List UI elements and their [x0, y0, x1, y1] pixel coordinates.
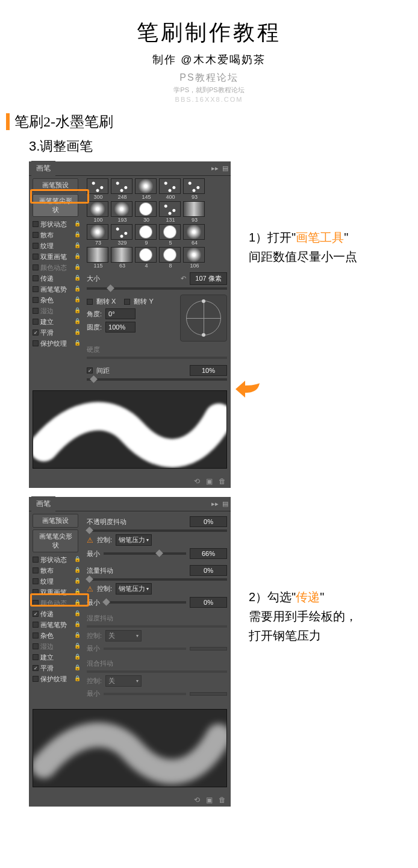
- sidebar-item-纹理[interactable]: 纹理🔒: [33, 240, 81, 251]
- flow-jitter-slider[interactable]: [87, 578, 227, 581]
- angle-widget[interactable]: [180, 295, 227, 342]
- brush-thumb[interactable]: 131: [159, 201, 182, 223]
- sidebar-checkbox[interactable]: [33, 232, 39, 238]
- sidebar-checkbox[interactable]: [33, 557, 39, 563]
- brush-presets-button[interactable]: 画笔预设: [33, 178, 78, 192]
- flip-y-checkbox[interactable]: [124, 299, 130, 305]
- lock-icon[interactable]: 🔒: [73, 589, 81, 596]
- sidebar-item-颜色动态[interactable]: 颜色动态🔒: [33, 262, 81, 273]
- sidebar-item-保护纹理[interactable]: 保护纹理🔒: [33, 338, 81, 349]
- new-icon-2[interactable]: ▣: [206, 796, 213, 804]
- collapse-icon-2[interactable]: ▸▸: [211, 500, 219, 508]
- sidebar-checkbox[interactable]: [33, 243, 39, 249]
- control-select-2[interactable]: 钢笔压力▾: [116, 583, 152, 595]
- sidebar-checkbox[interactable]: [33, 600, 39, 606]
- sidebar-item-颜色动态[interactable]: 颜色动态🔒: [33, 598, 81, 608]
- hardness-slider[interactable]: [87, 357, 227, 359]
- min-value-2[interactable]: 0%: [190, 597, 227, 608]
- brush-thumb[interactable]: 30: [135, 201, 158, 223]
- brush-tip-shape-button-2[interactable]: 画笔笔尖形状: [33, 529, 78, 552]
- sidebar-item-形状动态[interactable]: 形状动态🔒: [33, 554, 81, 565]
- spacing-value[interactable]: 10%: [190, 365, 227, 376]
- sidebar-item-建立[interactable]: 建立🔒: [33, 316, 81, 327]
- sidebar-item-传递[interactable]: 传递🔒: [33, 608, 81, 619]
- size-value[interactable]: 107 像素: [190, 272, 227, 285]
- lock-icon[interactable]: 🔒: [73, 643, 81, 650]
- sidebar-checkbox[interactable]: [33, 643, 39, 649]
- sidebar-checkbox[interactable]: [33, 329, 39, 336]
- sidebar-checkbox[interactable]: [33, 611, 39, 617]
- brush-thumb[interactable]: 248: [111, 178, 134, 200]
- lock-icon[interactable]: 🔒: [73, 286, 81, 293]
- panel-tab-brush[interactable]: 画笔: [31, 161, 55, 176]
- size-slider[interactable]: [87, 287, 227, 290]
- sidebar-item-画笔笔势[interactable]: 画笔笔势🔒: [33, 284, 81, 295]
- sidebar-checkbox[interactable]: [33, 567, 39, 573]
- panel-tab-brush-2[interactable]: 画笔: [31, 496, 55, 511]
- spacing-slider[interactable]: [87, 378, 227, 381]
- trash-icon[interactable]: 🗑: [219, 477, 226, 486]
- sidebar-checkbox[interactable]: [33, 319, 39, 325]
- new-icon[interactable]: ▣: [206, 477, 213, 486]
- lock-icon[interactable]: 🔒: [73, 599, 81, 607]
- min-value-1[interactable]: 66%: [190, 548, 227, 559]
- sidebar-item-湿边[interactable]: 湿边🔒: [33, 641, 81, 652]
- min-slider-1[interactable]: [104, 552, 186, 555]
- sidebar-item-杂色[interactable]: 杂色🔒: [33, 295, 81, 305]
- sidebar-checkbox[interactable]: [33, 665, 39, 671]
- lock-icon[interactable]: 🔒: [73, 253, 81, 260]
- lock-icon[interactable]: 🔒: [73, 567, 81, 574]
- sidebar-item-形状动态[interactable]: 形状动态🔒: [33, 219, 81, 229]
- toggle-icon-2[interactable]: ⟲: [194, 796, 200, 804]
- sidebar-item-传递[interactable]: 传递🔒: [33, 273, 81, 284]
- sidebar-item-画笔笔势[interactable]: 画笔笔势🔒: [33, 619, 81, 630]
- brush-thumb[interactable]: 73: [87, 224, 110, 246]
- brush-thumb[interactable]: 100: [87, 201, 110, 223]
- brush-thumb[interactable]: 9: [135, 224, 158, 246]
- brush-thumb[interactable]: 300: [87, 178, 110, 200]
- flow-jitter-value[interactable]: 0%: [190, 565, 227, 576]
- brush-thumb[interactable]: 400: [159, 178, 182, 200]
- brush-tip-shape-button[interactable]: 画笔笔尖形状: [33, 194, 78, 217]
- lock-icon[interactable]: 🔒: [73, 220, 81, 228]
- sidebar-checkbox[interactable]: [33, 654, 39, 660]
- sidebar-item-保护纹理[interactable]: 保护纹理🔒: [33, 673, 81, 684]
- min-slider-2[interactable]: [104, 601, 186, 604]
- reset-icon[interactable]: ↶: [181, 275, 186, 283]
- flip-x-checkbox[interactable]: [87, 299, 93, 305]
- sidebar-item-散布[interactable]: 散布🔒: [33, 229, 81, 240]
- sidebar-checkbox[interactable]: [33, 589, 39, 595]
- brush-thumb[interactable]: 329: [111, 224, 134, 246]
- brush-thumb[interactable]: 64: [183, 224, 206, 246]
- sidebar-checkbox[interactable]: [33, 632, 39, 639]
- brush-thumb[interactable]: 145: [135, 178, 158, 200]
- sidebar-checkbox[interactable]: [33, 275, 39, 281]
- roundness-value[interactable]: 100%: [105, 322, 136, 333]
- sidebar-item-杂色[interactable]: 杂色🔒: [33, 630, 81, 641]
- menu-icon-2[interactable]: ▤: [222, 500, 228, 508]
- lock-icon[interactable]: 🔒: [73, 654, 81, 661]
- sidebar-checkbox[interactable]: [33, 264, 39, 270]
- sidebar-item-散布[interactable]: 散布🔒: [33, 565, 81, 576]
- menu-icon[interactable]: ▤: [222, 164, 228, 172]
- sidebar-checkbox[interactable]: [33, 297, 39, 303]
- lock-icon[interactable]: 🔒: [73, 610, 81, 617]
- lock-icon[interactable]: 🔒: [73, 675, 81, 682]
- sidebar-checkbox[interactable]: [33, 340, 39, 346]
- sidebar-checkbox[interactable]: [33, 221, 39, 227]
- angle-value[interactable]: 0°: [105, 308, 136, 319]
- toggle-icon[interactable]: ⟲: [194, 477, 200, 486]
- lock-icon[interactable]: 🔒: [73, 296, 81, 304]
- sidebar-checkbox[interactable]: [33, 286, 39, 292]
- sidebar-checkbox[interactable]: [33, 254, 39, 260]
- sidebar-checkbox[interactable]: [33, 622, 39, 628]
- sidebar-item-建立[interactable]: 建立🔒: [33, 652, 81, 663]
- brush-thumb[interactable]: 63: [111, 247, 134, 269]
- brush-thumb[interactable]: 93: [183, 201, 206, 223]
- lock-icon[interactable]: 🔒: [73, 664, 81, 672]
- trash-icon-2[interactable]: 🗑: [219, 796, 226, 804]
- brush-thumb[interactable]: 4: [135, 247, 158, 269]
- brush-thumb[interactable]: 106: [183, 247, 206, 269]
- brush-thumb[interactable]: 8: [159, 247, 182, 269]
- sidebar-checkbox[interactable]: [33, 676, 39, 682]
